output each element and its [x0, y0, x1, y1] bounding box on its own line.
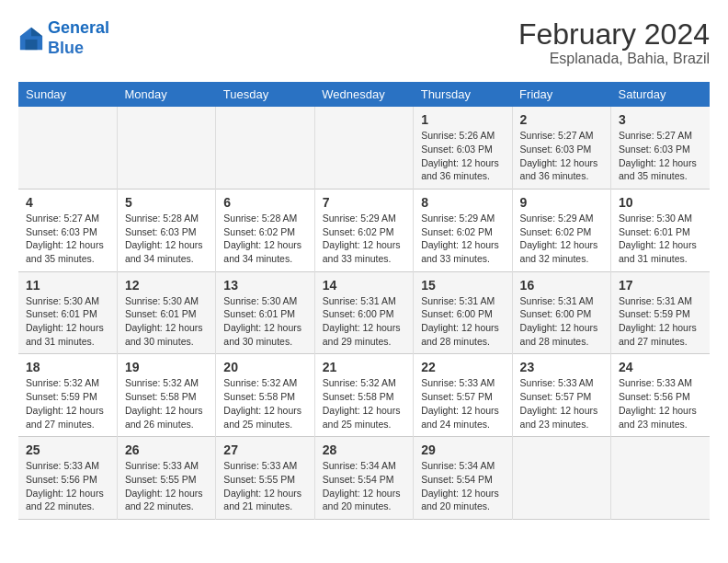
- day-info: Sunrise: 5:29 AMSunset: 6:02 PMDaylight:…: [421, 212, 504, 266]
- day-info: Sunrise: 5:32 AMSunset: 5:59 PMDaylight:…: [26, 376, 109, 431]
- day-number: 7: [323, 195, 405, 210]
- calendar-cell: [216, 107, 314, 189]
- day-info: Sunrise: 5:33 AMSunset: 5:56 PMDaylight:…: [26, 459, 109, 513]
- day-info: Sunrise: 5:27 AMSunset: 6:03 PMDaylight:…: [26, 212, 109, 266]
- svg-marker-1: [31, 27, 42, 35]
- calendar-cell: 11Sunrise: 5:30 AMSunset: 6:01 PMDayligh…: [18, 271, 117, 354]
- calendar-cell: 16Sunrise: 5:31 AMSunset: 6:00 PMDayligh…: [512, 271, 610, 354]
- logo-blue: Blue: [48, 39, 84, 57]
- day-number: 13: [223, 278, 306, 293]
- day-info: Sunrise: 5:33 AMSunset: 5:57 PMDaylight:…: [421, 376, 504, 431]
- day-number: 22: [421, 360, 504, 374]
- calendar-cell: 22Sunrise: 5:33 AMSunset: 5:57 PMDayligh…: [414, 354, 512, 437]
- day-info: Sunrise: 5:31 AMSunset: 6:00 PMDaylight:…: [323, 294, 405, 349]
- calendar-cell: 15Sunrise: 5:31 AMSunset: 6:00 PMDayligh…: [414, 271, 512, 354]
- day-number: 24: [619, 360, 702, 374]
- calendar-cell: [512, 437, 610, 520]
- day-info: Sunrise: 5:29 AMSunset: 6:02 PMDaylight:…: [520, 212, 603, 266]
- calendar-cell: 20Sunrise: 5:32 AMSunset: 5:58 PMDayligh…: [216, 354, 314, 437]
- day-number: 5: [125, 195, 208, 210]
- logo-general: General: [48, 18, 109, 37]
- page-header: General Blue February 2024 Esplanada, Ba…: [18, 18, 710, 67]
- calendar-table: SundayMondayTuesdayWednesdayThursdayFrid…: [18, 82, 710, 520]
- calendar-cell: [314, 107, 413, 189]
- day-info: Sunrise: 5:33 AMSunset: 5:56 PMDaylight:…: [619, 376, 702, 431]
- calendar-cell: [117, 107, 215, 189]
- day-info: Sunrise: 5:34 AMSunset: 5:54 PMDaylight:…: [323, 459, 405, 513]
- logo: General Blue: [18, 18, 109, 58]
- calendar-cell: 3Sunrise: 5:27 AMSunset: 6:03 PMDaylight…: [611, 107, 710, 189]
- day-number: 8: [421, 195, 504, 210]
- calendar-cell: 28Sunrise: 5:34 AMSunset: 5:54 PMDayligh…: [314, 437, 413, 520]
- day-number: 25: [26, 442, 109, 457]
- day-number: 12: [125, 278, 208, 293]
- calendar-cell: 7Sunrise: 5:29 AMSunset: 6:02 PMDaylight…: [314, 189, 413, 271]
- weekday-header-friday: Friday: [512, 82, 610, 107]
- day-info: Sunrise: 5:31 AMSunset: 6:00 PMDaylight:…: [421, 294, 504, 349]
- calendar-cell: 8Sunrise: 5:29 AMSunset: 6:02 PMDaylight…: [414, 189, 512, 271]
- day-info: Sunrise: 5:31 AMSunset: 6:00 PMDaylight:…: [520, 294, 603, 349]
- svg-rect-2: [25, 40, 37, 50]
- day-number: 4: [26, 195, 109, 210]
- title-area: February 2024 Esplanada, Bahia, Brazil: [518, 18, 710, 67]
- calendar-cell: 9Sunrise: 5:29 AMSunset: 6:02 PMDaylight…: [512, 189, 610, 271]
- day-info: Sunrise: 5:27 AMSunset: 6:03 PMDaylight:…: [520, 129, 603, 183]
- weekday-header-wednesday: Wednesday: [314, 82, 413, 107]
- day-number: 29: [421, 442, 504, 457]
- calendar-cell: 26Sunrise: 5:33 AMSunset: 5:55 PMDayligh…: [117, 437, 215, 520]
- calendar-cell: 19Sunrise: 5:32 AMSunset: 5:58 PMDayligh…: [117, 354, 215, 437]
- calendar-cell: 6Sunrise: 5:28 AMSunset: 6:02 PMDaylight…: [216, 189, 314, 271]
- calendar-cell: 27Sunrise: 5:33 AMSunset: 5:55 PMDayligh…: [216, 437, 314, 520]
- logo-icon: [18, 26, 44, 52]
- day-number: 19: [125, 360, 208, 374]
- weekday-header-sunday: Sunday: [18, 82, 117, 107]
- day-info: Sunrise: 5:29 AMSunset: 6:02 PMDaylight:…: [323, 212, 405, 266]
- day-info: Sunrise: 5:32 AMSunset: 5:58 PMDaylight:…: [125, 376, 208, 431]
- day-info: Sunrise: 5:30 AMSunset: 6:01 PMDaylight:…: [619, 212, 702, 266]
- calendar-cell: [18, 107, 117, 189]
- calendar-cell: 4Sunrise: 5:27 AMSunset: 6:03 PMDaylight…: [18, 189, 117, 271]
- page-title: February 2024: [518, 18, 710, 51]
- day-info: Sunrise: 5:28 AMSunset: 6:02 PMDaylight:…: [223, 212, 306, 266]
- weekday-header-tuesday: Tuesday: [216, 82, 314, 107]
- calendar-cell: 29Sunrise: 5:34 AMSunset: 5:54 PMDayligh…: [414, 437, 512, 520]
- calendar-cell: 25Sunrise: 5:33 AMSunset: 5:56 PMDayligh…: [18, 437, 117, 520]
- calendar-cell: 5Sunrise: 5:28 AMSunset: 6:03 PMDaylight…: [117, 189, 215, 271]
- day-info: Sunrise: 5:31 AMSunset: 5:59 PMDaylight:…: [619, 294, 702, 349]
- day-info: Sunrise: 5:32 AMSunset: 5:58 PMDaylight:…: [223, 376, 306, 431]
- day-info: Sunrise: 5:27 AMSunset: 6:03 PMDaylight:…: [619, 129, 702, 183]
- weekday-header-saturday: Saturday: [611, 82, 710, 107]
- day-number: 20: [223, 360, 306, 374]
- day-info: Sunrise: 5:26 AMSunset: 6:03 PMDaylight:…: [421, 129, 504, 183]
- calendar-cell: [611, 437, 710, 520]
- day-number: 26: [125, 442, 208, 457]
- day-info: Sunrise: 5:30 AMSunset: 6:01 PMDaylight:…: [26, 294, 109, 349]
- calendar-cell: 18Sunrise: 5:32 AMSunset: 5:59 PMDayligh…: [18, 354, 117, 437]
- day-number: 21: [323, 360, 405, 374]
- day-info: Sunrise: 5:33 AMSunset: 5:55 PMDaylight:…: [223, 459, 306, 513]
- day-number: 10: [619, 195, 702, 210]
- calendar-cell: 17Sunrise: 5:31 AMSunset: 5:59 PMDayligh…: [611, 271, 710, 354]
- calendar-cell: 13Sunrise: 5:30 AMSunset: 6:01 PMDayligh…: [216, 271, 314, 354]
- calendar-cell: 14Sunrise: 5:31 AMSunset: 6:00 PMDayligh…: [314, 271, 413, 354]
- day-number: 18: [26, 360, 109, 374]
- day-number: 23: [520, 360, 603, 374]
- day-number: 28: [323, 442, 405, 457]
- day-number: 11: [26, 278, 109, 293]
- weekday-header-thursday: Thursday: [414, 82, 512, 107]
- calendar-cell: 10Sunrise: 5:30 AMSunset: 6:01 PMDayligh…: [611, 189, 710, 271]
- day-number: 14: [323, 278, 405, 293]
- day-info: Sunrise: 5:28 AMSunset: 6:03 PMDaylight:…: [125, 212, 208, 266]
- day-number: 17: [619, 278, 702, 293]
- day-number: 2: [520, 112, 603, 127]
- day-number: 6: [223, 195, 306, 210]
- day-number: 1: [421, 112, 504, 127]
- calendar-cell: 24Sunrise: 5:33 AMSunset: 5:56 PMDayligh…: [611, 354, 710, 437]
- calendar-cell: 1Sunrise: 5:26 AMSunset: 6:03 PMDaylight…: [414, 107, 512, 189]
- day-info: Sunrise: 5:33 AMSunset: 5:57 PMDaylight:…: [520, 376, 603, 431]
- calendar-cell: 21Sunrise: 5:32 AMSunset: 5:58 PMDayligh…: [314, 354, 413, 437]
- logo-text: General Blue: [48, 18, 109, 58]
- day-number: 15: [421, 278, 504, 293]
- day-info: Sunrise: 5:34 AMSunset: 5:54 PMDaylight:…: [421, 459, 504, 513]
- day-number: 27: [223, 442, 306, 457]
